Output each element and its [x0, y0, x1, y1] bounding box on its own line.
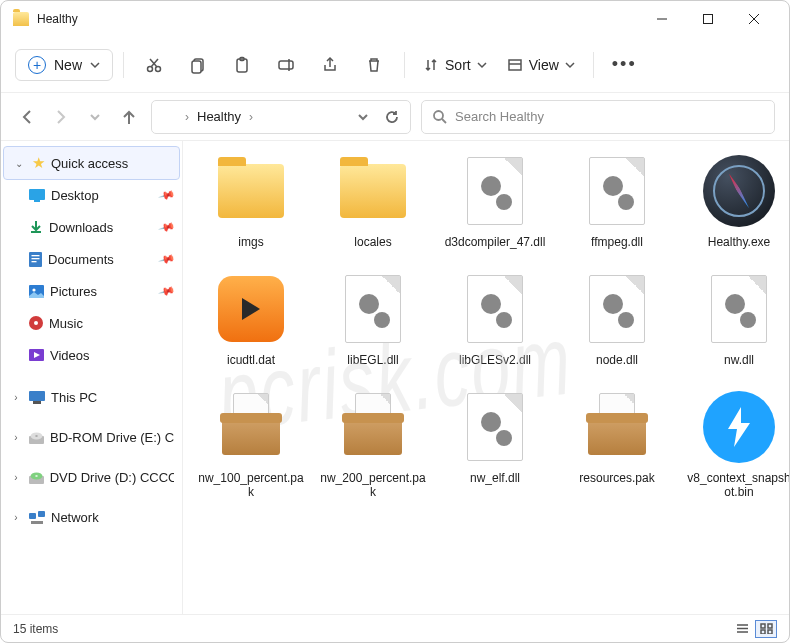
new-button[interactable]: + New [15, 49, 113, 81]
file-item[interactable]: resources.pak [561, 389, 673, 499]
forward-button[interactable] [49, 105, 73, 129]
file-name: libEGL.dll [347, 353, 398, 367]
delete-button[interactable] [354, 56, 394, 74]
svg-point-34 [35, 435, 38, 437]
back-button[interactable] [15, 105, 39, 129]
file-item[interactable]: nw_200_percent.pak [317, 389, 429, 499]
search-box[interactable] [421, 100, 775, 134]
sidebar-item-videos[interactable]: Videos [1, 339, 182, 371]
sidebar-item-label: Network [51, 510, 99, 525]
view-label: View [529, 57, 559, 73]
chevron-down-icon [90, 60, 100, 70]
svg-rect-20 [34, 200, 40, 202]
file-item[interactable]: libEGL.dll [317, 271, 429, 367]
maximize-button[interactable] [685, 3, 731, 35]
icons-view-button[interactable] [755, 620, 777, 638]
file-item[interactable]: icudtl.dat [195, 271, 307, 367]
sidebar-item-documents[interactable]: Documents 📌 [1, 243, 182, 275]
file-item[interactable]: imgs [195, 153, 307, 249]
pictures-icon [29, 285, 44, 298]
file-item[interactable]: libGLESv2.dll [439, 271, 551, 367]
file-name: locales [354, 235, 391, 249]
file-item[interactable]: v8_context_snapshot.bin [683, 389, 789, 499]
copy-button[interactable] [178, 56, 218, 74]
file-name: libGLESv2.dll [459, 353, 531, 367]
file-thumb [457, 389, 533, 465]
search-input[interactable] [455, 109, 764, 124]
toolbar-separator [404, 52, 405, 78]
up-button[interactable] [117, 105, 141, 129]
file-thumb [213, 271, 289, 347]
chevron-right-icon: › [9, 432, 23, 443]
file-item[interactable]: Healthy.exe [683, 153, 789, 249]
address-bar[interactable]: › Healthy › [151, 100, 411, 134]
file-thumb [457, 153, 533, 229]
sidebar-this-pc[interactable]: › This PC [1, 381, 182, 413]
file-thumb [701, 153, 777, 229]
file-item[interactable]: nw_100_percent.pak [195, 389, 307, 499]
file-name: nw_elf.dll [470, 471, 520, 485]
svg-rect-19 [29, 189, 45, 200]
file-thumb [579, 271, 655, 347]
file-item[interactable]: ffmpeg.dll [561, 153, 673, 249]
close-button[interactable] [731, 3, 777, 35]
minimize-button[interactable] [639, 3, 685, 35]
pin-icon: 📌 [158, 250, 177, 268]
recent-button[interactable] [83, 105, 107, 129]
svg-rect-22 [32, 255, 40, 256]
more-button[interactable]: ••• [604, 54, 645, 75]
share-button[interactable] [310, 56, 350, 74]
sidebar-dvd[interactable]: › DVD Drive (D:) CCCC [1, 461, 182, 493]
sidebar-item-pictures[interactable]: Pictures 📌 [1, 275, 182, 307]
file-name: resources.pak [579, 471, 654, 485]
chevron-down-icon[interactable] [357, 111, 369, 123]
folder-icon [162, 111, 177, 123]
details-view-button[interactable] [731, 620, 753, 638]
file-item[interactable]: locales [317, 153, 429, 249]
file-name: v8_context_snapshot.bin [684, 471, 789, 499]
sort-icon [423, 57, 439, 73]
sidebar-label: Quick access [51, 156, 128, 171]
svg-point-17 [434, 111, 443, 120]
file-pane[interactable]: imgslocalesd3dcompiler_47.dllffmpeg.dllH… [183, 141, 789, 614]
svg-rect-9 [192, 61, 201, 73]
cut-button[interactable] [134, 56, 174, 74]
disc-icon [29, 430, 44, 444]
sort-button[interactable]: Sort [415, 53, 495, 77]
sidebar-item-music[interactable]: Music [1, 307, 182, 339]
new-label: New [54, 57, 82, 73]
svg-rect-45 [768, 624, 772, 628]
sidebar-network[interactable]: › Network [1, 501, 182, 533]
rename-button[interactable] [266, 56, 306, 74]
refresh-icon[interactable] [385, 109, 400, 124]
paste-button[interactable] [222, 56, 262, 74]
pin-icon: 📌 [158, 282, 177, 300]
file-thumb [579, 389, 655, 465]
file-name: ffmpeg.dll [591, 235, 643, 249]
file-item[interactable]: nw_elf.dll [439, 389, 551, 499]
sidebar-item-label: Documents [48, 252, 114, 267]
toolbar: + New Sort View ••• [1, 37, 789, 93]
svg-point-37 [35, 475, 38, 477]
sidebar-bdrom[interactable]: › BD-ROM Drive (E:) C [1, 421, 182, 453]
search-icon [432, 109, 447, 124]
plus-icon: + [28, 56, 46, 74]
view-button[interactable]: View [499, 53, 583, 77]
file-thumb [701, 389, 777, 465]
svg-rect-40 [31, 521, 43, 524]
file-item[interactable]: nw.dll [683, 271, 789, 367]
file-item[interactable]: d3dcompiler_47.dll [439, 153, 551, 249]
sidebar-item-desktop[interactable]: Desktop 📌 [1, 179, 182, 211]
breadcrumb-current: Healthy [197, 109, 241, 124]
pin-icon: 📌 [158, 186, 177, 204]
music-icon [29, 316, 43, 330]
desktop-icon [29, 189, 45, 202]
svg-rect-12 [279, 61, 293, 69]
sidebar-item-label: DVD Drive (D:) CCCC [50, 470, 174, 485]
file-item[interactable]: node.dll [561, 271, 673, 367]
file-thumb [335, 271, 411, 347]
svg-rect-47 [768, 630, 772, 634]
toolbar-separator [593, 52, 594, 78]
sidebar-item-downloads[interactable]: Downloads 📌 [1, 211, 182, 243]
sidebar-quick-access[interactable]: ⌄ ★ Quick access [4, 147, 179, 179]
